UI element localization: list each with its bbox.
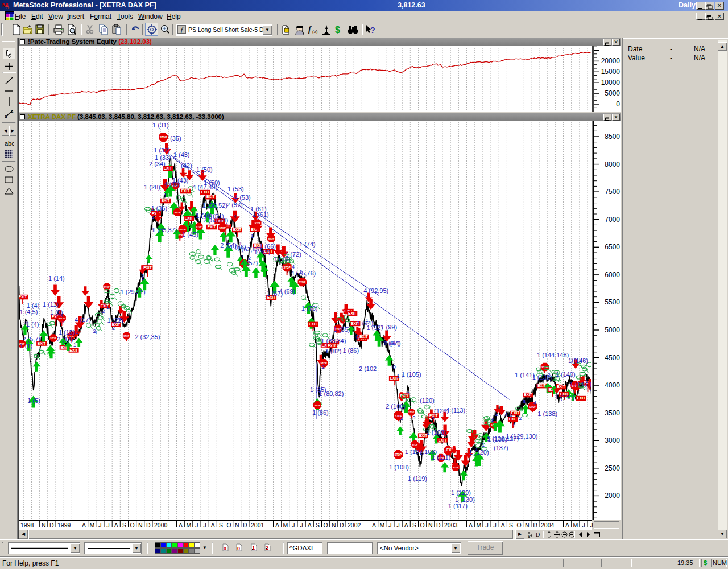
svg-text:?: ? [370,26,375,35]
svg-text:2: 2 [141,273,144,279]
svg-text:1 (50,52): 1 (50,52) [202,202,228,209]
svg-text:S: S [316,522,320,529]
svg-text:2 (57): 2 (57) [226,201,243,208]
svg-text:1 (129,130): 1 (129,130) [506,433,537,440]
svg-text:(150: (150 [572,357,584,364]
svg-text:L: L [11,109,14,113]
svg-text:STOP: STOP [412,443,418,446]
svg-text:1 (99): 1 (99) [380,324,397,331]
svg-text:J: J [590,522,593,529]
svg-text:1 (85): 1 (85) [334,326,350,333]
svg-text:N: N [525,522,530,529]
svg-text:A: A [469,522,473,529]
svg-text:D: D [49,522,54,529]
svg-text:1 (135): 1 (135) [532,374,552,381]
svg-text:1 (4,5): 1 (4,5) [20,308,38,315]
svg-text:M: M [283,522,288,529]
svg-text:1: 1 [76,329,78,335]
svg-text:2 (5,7): 2 (5,7) [22,336,40,343]
svg-text:J: J [493,522,496,529]
svg-text:2: 2 [112,325,115,331]
svg-text:4 (113): 4 (113) [446,407,465,414]
svg-text:J: J [485,522,488,529]
svg-text:$: $ [528,534,530,538]
svg-text:4500: 4500 [605,354,620,362]
svg-text:EXIT: EXIT [143,266,151,270]
svg-text:4: 4 [510,413,512,418]
svg-text:D: D [536,531,540,538]
svg-text:3000: 3000 [605,436,620,444]
svg-text:STOP: STOP [283,266,290,269]
svg-text:1 (140): 1 (140) [556,371,576,378]
svg-text:1 (32): 1 (32) [154,147,170,154]
svg-text:6000: 6000 [605,271,620,279]
svg-text:J: J [106,522,109,529]
svg-text:(x): (x) [312,29,318,34]
svg-text:1 (74): 1 (74) [299,241,316,248]
svg-text:1 (105): 1 (105) [402,371,421,378]
svg-text:O: O [130,522,135,529]
svg-text:8000: 8000 [605,160,620,168]
svg-text:10000: 10000 [601,79,621,86]
svg-text:15000: 15000 [601,68,621,76]
svg-text:4000: 4000 [605,381,620,389]
svg-text:S: S [412,522,416,529]
svg-text:2 (32,35): 2 (32,35) [135,333,160,340]
svg-text:1 (1): 1 (1) [20,343,33,349]
svg-text:1 (119): 1 (119) [408,475,427,482]
svg-text:EXIT: EXIT [69,348,77,352]
svg-text:1999: 1999 [57,522,71,529]
svg-text:M: M [89,522,94,529]
svg-text:A: A [82,522,86,529]
svg-text:8500: 8500 [605,133,620,141]
svg-text:M: M [476,522,481,529]
svg-text:1 (8): 1 (8) [50,309,63,316]
svg-text:STOP: STOP [299,281,305,284]
svg-text:A: A [308,522,312,529]
svg-text:1 (15): 1 (15) [59,329,75,336]
svg-text:EXIT: EXIT [557,385,565,389]
svg-text:1 (76): 1 (76) [301,305,318,312]
svg-text:O: O [517,522,522,529]
svg-text:M: M [379,522,384,529]
svg-text:1 (72): 1 (72) [285,251,301,258]
svg-text:7000: 7000 [605,216,620,224]
svg-text:D: D [146,522,151,529]
svg-text:S: S [509,522,513,529]
svg-text:5500: 5500 [605,298,620,306]
svg-text:2: 2 [266,545,268,551]
svg-text:4 (69): 4 (69) [279,288,296,295]
svg-text:4: 4 [513,422,516,428]
svg-text:4: 4 [533,400,536,406]
svg-text:STOP: STOP [255,222,261,225]
svg-text:1998: 1998 [20,522,34,529]
svg-text:2 (102: 2 (102 [359,365,377,372]
svg-text:(120): (120) [420,397,435,404]
svg-text:1 (111): 1 (111) [432,454,450,461]
svg-text:0: 0 [616,100,620,108]
svg-text:3500: 3500 [605,409,620,417]
svg-text:2: 2 [491,417,494,423]
svg-text:4 (53): 4 (53) [234,194,251,201]
svg-text:1 (66): 1 (66) [259,243,276,250]
svg-text:A: A [114,522,118,529]
svg-text:EXIT: EXIT [233,228,241,232]
svg-text:1 (130): 1 (130) [455,496,475,503]
svg-text:1 (31): 1 (31) [152,122,169,129]
svg-text:1 (138): 1 (138) [537,410,557,417]
svg-text:1 (53): 1 (53) [228,185,244,192]
svg-text:2002: 2002 [348,522,361,529]
svg-text:4: 4 [505,412,508,418]
svg-text:4: 4 [234,213,237,219]
svg-text:1 (5): 1 (5) [27,397,40,404]
svg-text:1 (120): 1 (120) [469,449,489,456]
svg-text:EXIT: EXIT [439,438,446,442]
svg-text:EXIT: EXIT [309,322,317,326]
svg-text:0: 0 [412,415,415,420]
svg-text:1 (144,148): 1 (144,148) [537,352,569,358]
svg-text:STOP: STOP [314,404,320,407]
svg-text:STOP: STOP [529,406,536,409]
svg-text:1 (29,31): 1 (29,31) [121,288,146,295]
svg-text:4: 4 [292,264,295,270]
svg-text:2003: 2003 [444,522,458,529]
